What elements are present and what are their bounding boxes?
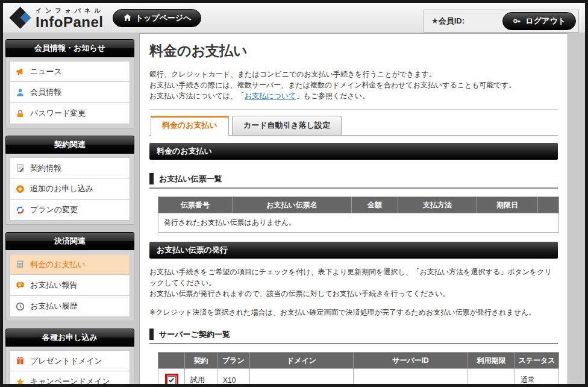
- logout-button[interactable]: ログアウト: [502, 12, 576, 30]
- table-row-contract: 試用 X10 通常: [158, 369, 559, 387]
- credit-note: ※クレジット決済を選択された場合は、お支払い確定画面で決済処理が完了するためお支…: [149, 307, 558, 318]
- cell-status: 通常: [515, 369, 559, 387]
- sidebar-item-present-domain[interactable]: プレゼントドメイン: [10, 350, 130, 371]
- col-contract: 契約: [185, 353, 217, 369]
- sidebar-item-additional-order[interactable]: 追加のお申し込み: [10, 178, 130, 200]
- sidebar-item-payment-report[interactable]: お支払い報告: [10, 275, 130, 296]
- table-row: 発行されたお支払い伝票はありません。: [158, 213, 559, 233]
- col-slip-number: 伝票番号: [158, 197, 233, 213]
- lock-icon: [16, 109, 25, 118]
- key-icon: [513, 17, 522, 26]
- main-content: 料金のお支払い 銀行、クレジットカード、またはコンビニでのお支払い手続きを行うこ…: [139, 33, 568, 386]
- member-id-label: ★会員ID:: [431, 16, 464, 27]
- sidebar-item-label: 料金のお支払い: [30, 259, 86, 270]
- subsection-server-contract-list: サーバーご契約一覧: [149, 329, 558, 344]
- sidebar-item-news[interactable]: ニュース: [10, 61, 130, 82]
- megaphone-icon: [16, 67, 25, 76]
- sidebar-section-title: 決済関連: [5, 232, 134, 250]
- sidebar-item-label: お支払い履歴: [30, 301, 78, 312]
- cell-contract: 試用: [185, 369, 217, 387]
- intro-line-2: お支払い手続きの際には、複数サーバー、または複数のドメイン料金を合わせてお支払い…: [149, 80, 558, 90]
- sidebar-item-payment-history[interactable]: お支払い履歴: [10, 296, 130, 317]
- col-amount: 金額: [352, 197, 398, 213]
- col-checkbox: [158, 353, 185, 369]
- col-usage-term: 利用期限: [468, 353, 515, 369]
- intro-line-1: 銀行、クレジットカード、またはコンビニでのお支払い手続きを行うことができます。: [149, 69, 558, 80]
- sidebar-item-label: 追加のお申し込み: [30, 183, 93, 194]
- home-icon: [123, 13, 132, 22]
- tab-card-auto-debit[interactable]: カード自動引き落し設定: [232, 116, 342, 135]
- sidebar-item-campaign-domain[interactable]: キャンペーンドメイン: [10, 371, 130, 387]
- payment-slip-table: 伝票番号 お支払い伝票名 金額 支払方法 期限日 発行されたお支払い伝票はありま…: [158, 197, 559, 233]
- sidebar-section-title: 各種お申し込み: [5, 329, 134, 347]
- sidebar-section-contract: 契約関連 契約情報 追加のお申し込み: [5, 136, 134, 225]
- about-payment-link[interactable]: お支払について: [245, 92, 296, 100]
- col-due-date: 期限日: [477, 197, 538, 213]
- sidebar-item-label: プランの変更: [30, 204, 78, 215]
- sidebar-section-title: 会員情報・お知らせ: [5, 39, 134, 57]
- person-icon: [16, 88, 25, 97]
- sidebar: 会員情報・お知らせ ニュース 会員情報: [5, 39, 134, 387]
- sidebar-item-password-change[interactable]: パスワード変更: [10, 103, 130, 124]
- clock-icon: [16, 302, 25, 311]
- contract-checkbox[interactable]: [167, 376, 176, 385]
- col-payment-method: 支払方法: [398, 197, 477, 213]
- calculator-icon: [16, 260, 25, 269]
- top-bar: インフォパネル InfoPanel トップページへ ★会員ID: ログアウト: [3, 3, 585, 33]
- sidebar-item-contract-info[interactable]: 契約情報: [10, 157, 130, 178]
- page-title: 料金のお支払い: [149, 42, 558, 60]
- col-plan: プラン: [217, 353, 250, 369]
- empty-slip-message: 発行されたお支払い伝票はありません。: [158, 213, 559, 233]
- slip-issue-description: お支払い手続きをご希望の項目にチェックを付け、表下より更新期間を選択し、「お支払…: [149, 266, 558, 299]
- logo-name: InfoPanel: [36, 15, 104, 30]
- col-slip-name: お支払い伝票名: [233, 197, 352, 213]
- section-header-fee-payment: 料金のお支払い: [149, 143, 558, 160]
- intro-line-3: お支払い方法については、「お支払について」もご参照ください。: [149, 90, 558, 101]
- col-status: ステータス: [515, 353, 559, 369]
- sidebar-item-label: お支払い報告: [30, 280, 78, 291]
- col-empty: [538, 197, 559, 213]
- col-domain: ドメイン: [250, 353, 354, 369]
- sidebar-item-label: パスワード変更: [30, 108, 86, 119]
- subsection-payment-slip-list: お支払い伝票一覧: [149, 173, 558, 189]
- chat-icon: [16, 281, 25, 290]
- plus-icon: [16, 184, 25, 194]
- sidebar-item-label: プレゼントドメイン: [30, 356, 102, 367]
- checkbox-annotation: [165, 374, 178, 387]
- cell-usage-term: [468, 369, 515, 387]
- server-contract-table: 契約 プラン ドメイン サーバーID 利用期限 ステータス 試用 X1: [158, 352, 559, 386]
- sidebar-item-label: 契約情報: [30, 163, 61, 174]
- sidebar-section-member: 会員情報・お知らせ ニュース 会員情報: [5, 39, 134, 128]
- logout-button-label: ログアウト: [525, 16, 566, 27]
- tab-bar: 料金のお支払い カード自動引き落し設定: [149, 116, 558, 136]
- intro-block: 料金のお支払い 銀行、クレジットカード、またはコンビニでのお支払い手続きを行うこ…: [149, 42, 558, 110]
- sidebar-section-title: 契約関連: [5, 136, 134, 154]
- cell-plan: X10: [217, 369, 250, 387]
- cell-server-id: [354, 369, 468, 387]
- gift-icon: [16, 356, 25, 365]
- top-page-button[interactable]: トップページへ: [113, 9, 202, 27]
- col-server-id: サーバーID: [354, 353, 468, 369]
- cell-domain: [250, 369, 354, 387]
- sidebar-item-plan-change[interactable]: プランの変更: [10, 200, 130, 221]
- sidebar-item-label: キャンペーンドメイン: [30, 376, 110, 387]
- sidebar-item-label: 会員情報: [30, 87, 61, 98]
- sidebar-item-member-info[interactable]: 会員情報: [10, 82, 130, 103]
- tab-fee-payment[interactable]: 料金のお支払い: [151, 116, 229, 136]
- sidebar-item-fee-payment[interactable]: 料金のお支払い: [10, 254, 130, 275]
- star-icon: [16, 377, 25, 386]
- infopanel-logo: インフォパネル InfoPanel: [10, 7, 104, 30]
- top-page-button-label: トップページへ: [136, 13, 192, 24]
- sidebar-item-label: ニュース: [30, 66, 62, 77]
- section-header-slip-issue: お支払い伝票の発行: [149, 242, 558, 259]
- diamond-logo-icon: [10, 8, 31, 28]
- member-id-box: ★会員ID: ログアウト: [424, 10, 579, 33]
- sidebar-section-payment: 決済関連 料金のお支払い お支払い報告: [5, 232, 134, 321]
- infopanel-page: インフォパネル InfoPanel トップページへ ★会員ID: ログアウト 会…: [0, 0, 588, 387]
- document-icon: [16, 163, 25, 172]
- sidebar-section-applications: 各種お申し込み プレゼントドメイン キャンペーンドメイン: [5, 329, 134, 387]
- change-arrows-icon: [16, 206, 25, 215]
